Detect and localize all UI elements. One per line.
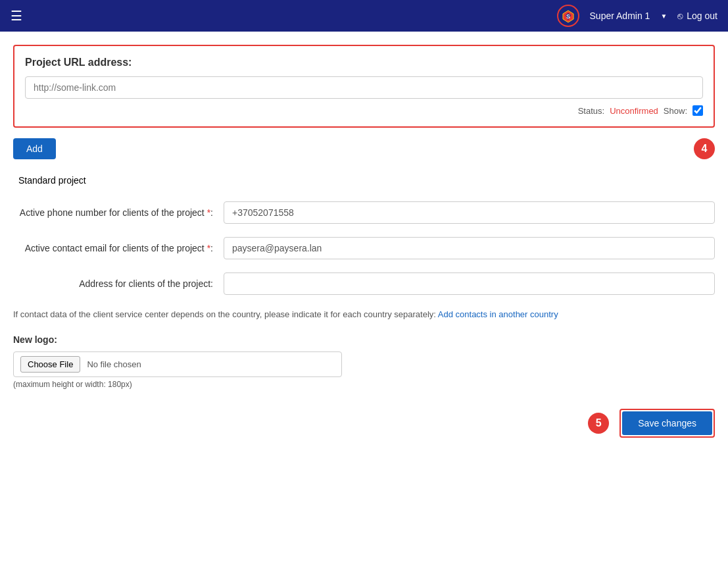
email-input[interactable] (224, 237, 715, 259)
show-label: Show: (664, 106, 687, 116)
logout-icon: ⎋ (677, 11, 683, 21)
hamburger-icon[interactable]: ☰ (11, 8, 22, 24)
dropdown-arrow-icon[interactable]: ▼ (660, 13, 667, 20)
avatar: S (557, 5, 579, 27)
step4-badge: 4 (694, 138, 715, 159)
phone-input[interactable] (224, 201, 715, 224)
phone-label: Active phone number for clients of the p… (13, 207, 224, 218)
save-btn-wrapper: Save changes (619, 409, 715, 438)
email-row: Active contact email for clients of the … (13, 237, 715, 259)
file-input-wrapper: Choose File No file chosen (13, 351, 342, 377)
address-input[interactable] (224, 272, 715, 295)
new-logo-label: New logo: (13, 334, 715, 345)
navbar-right: S Super Admin 1 ▼ ⎋ Log out (557, 5, 717, 27)
address-row: Address for clients of the project: (13, 272, 715, 295)
new-logo-section: New logo: Choose File No file chosen (ma… (13, 334, 715, 389)
user-name: Super Admin 1 (590, 11, 650, 21)
add-button-row: Add 4 (13, 138, 715, 159)
navbar-left: ☰ (11, 8, 22, 24)
phone-row: Active phone number for clients of the p… (13, 201, 715, 224)
standard-project: Standard project (13, 175, 715, 186)
contact-info-text: If contact data of the client service ce… (13, 308, 715, 321)
project-url-label: Project URL address: (25, 57, 703, 68)
status-value: Unconfirmed (610, 106, 658, 116)
save-changes-button[interactable]: Save changes (622, 411, 712, 435)
address-label: Address for clients of the project: (13, 278, 224, 289)
logout-label: Log out (687, 11, 717, 21)
superman-icon: S (561, 9, 575, 23)
add-button[interactable]: Add (13, 138, 56, 159)
project-url-section: Project URL address: Status: Unconfirmed… (13, 45, 715, 128)
add-contacts-link[interactable]: Add contacts in another country (438, 309, 558, 319)
save-section: 5 Save changes (13, 409, 715, 438)
standard-project-label: Standard project (18, 175, 86, 186)
main-content: Project URL address: Status: Unconfirmed… (0, 32, 728, 570)
choose-file-button[interactable]: Choose File (20, 356, 80, 373)
email-label: Active contact email for clients of the … (13, 243, 224, 253)
show-checkbox[interactable] (692, 105, 703, 116)
project-url-input[interactable] (25, 76, 703, 99)
navbar: ☰ S Super Admin 1 ▼ ⎋ Log out (0, 0, 728, 32)
max-size-hint: (maximum height or width: 180px) (13, 380, 715, 389)
status-label: Status: (578, 106, 604, 116)
svg-text:S: S (566, 13, 570, 20)
phone-required: * (207, 207, 210, 218)
project-url-footer: Status: Unconfirmed Show: (25, 105, 703, 116)
no-file-text: No file chosen (87, 359, 141, 369)
logout-button[interactable]: ⎋ Log out (677, 11, 717, 21)
email-required: * (207, 243, 210, 253)
step5-badge: 5 (588, 413, 609, 434)
